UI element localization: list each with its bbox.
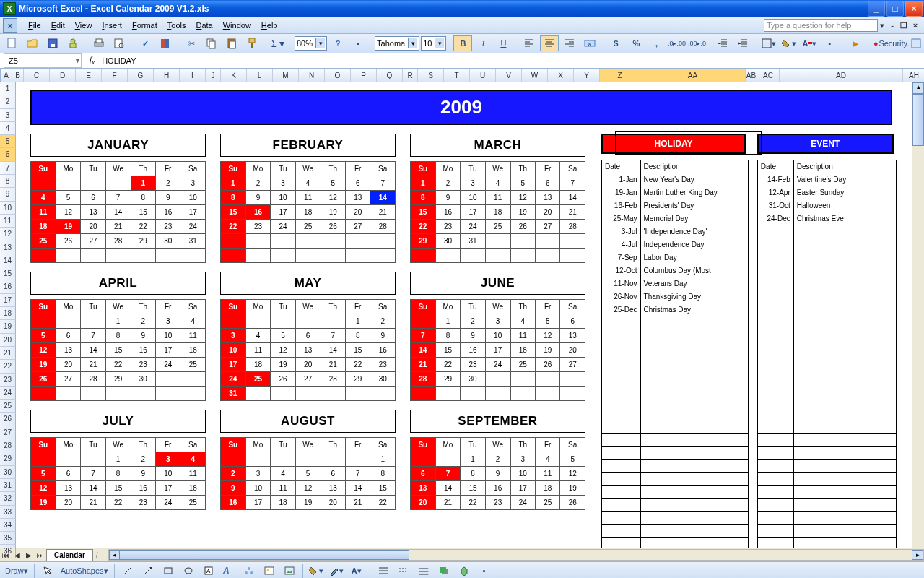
day-cell[interactable]: 20: [295, 358, 321, 372]
borders-button[interactable]: ▾: [759, 35, 778, 51]
day-cell[interactable]: 3: [180, 176, 206, 191]
day-cell[interactable]: [435, 387, 461, 401]
list-desc-cell[interactable]: [793, 525, 896, 538]
day-cell[interactable]: 25: [536, 496, 560, 510]
day-cell[interactable]: 17: [156, 481, 180, 496]
menu-format[interactable]: Format: [127, 20, 162, 31]
day-cell[interactable]: [245, 314, 271, 329]
list-desc-cell[interactable]: [640, 394, 748, 407]
day-cell[interactable]: 27: [346, 220, 370, 234]
day-cell[interactable]: 1: [435, 314, 461, 329]
decrease-decimal-button[interactable]: .00▸.0: [687, 35, 706, 51]
day-cell[interactable]: 7: [81, 329, 105, 343]
day-cell[interactable]: 5: [295, 467, 321, 481]
day-cell[interactable]: 5: [271, 329, 295, 343]
tab-nav-first[interactable]: ⏮: [0, 551, 12, 559]
day-cell[interactable]: 5: [321, 176, 345, 191]
day-cell[interactable]: 16: [221, 496, 246, 510]
day-cell[interactable]: [105, 249, 131, 263]
list-desc-cell[interactable]: [793, 486, 896, 499]
cut-button[interactable]: ✂: [182, 35, 201, 51]
day-cell[interactable]: 12: [536, 329, 560, 343]
list-date-cell[interactable]: [757, 394, 793, 407]
list-desc-cell[interactable]: [793, 225, 896, 238]
day-cell[interactable]: 11: [271, 481, 295, 496]
day-cell[interactable]: 3: [271, 176, 295, 191]
autosum-button[interactable]: Σ ▾: [269, 35, 287, 51]
list-desc-cell[interactable]: [793, 407, 896, 420]
row-header-25[interactable]: 25: [0, 400, 16, 413]
day-cell[interactable]: 13: [56, 343, 81, 358]
day-cell[interactable]: 31: [221, 387, 246, 401]
clipart-button[interactable]: [260, 563, 279, 578]
shadow-button[interactable]: [435, 563, 453, 578]
day-cell[interactable]: 12: [295, 481, 321, 496]
list-desc-cell[interactable]: 'Independence Day': [640, 225, 748, 238]
day-cell[interactable]: 12: [510, 191, 535, 205]
day-cell[interactable]: [485, 234, 510, 249]
excel-doc-icon[interactable]: x: [3, 18, 17, 33]
day-cell[interactable]: 9: [435, 191, 461, 205]
list-desc-cell[interactable]: [640, 473, 748, 486]
day-cell[interactable]: 8: [370, 467, 396, 481]
day-cell[interactable]: 13: [346, 191, 370, 205]
doc-close-button[interactable]: ×: [910, 21, 921, 30]
day-cell[interactable]: 1: [461, 452, 485, 467]
day-cell[interactable]: 25: [31, 234, 56, 249]
menu-tools[interactable]: Tools: [162, 20, 191, 31]
day-cell[interactable]: 29: [105, 372, 131, 387]
row-header-23[interactable]: 23: [0, 374, 16, 387]
row-header-8[interactable]: 8: [0, 175, 16, 188]
italic-button[interactable]: I: [474, 35, 492, 51]
list-date-cell[interactable]: [757, 342, 793, 355]
list-date-cell[interactable]: [602, 394, 641, 407]
new-button[interactable]: [3, 35, 22, 51]
list-desc-cell[interactable]: [640, 316, 748, 329]
day-cell[interactable]: 19: [536, 343, 560, 358]
day-cell[interactable]: 15: [346, 343, 370, 358]
day-cell[interactable]: [180, 249, 206, 263]
day-cell[interactable]: [131, 249, 155, 263]
day-cell[interactable]: 10: [180, 191, 206, 205]
day-cell[interactable]: [221, 249, 246, 263]
col-header-O[interactable]: O: [325, 69, 351, 82]
day-cell[interactable]: 1: [131, 176, 155, 191]
day-cell[interactable]: [245, 387, 271, 401]
list-desc-cell[interactable]: [793, 238, 896, 251]
day-cell[interactable]: 28: [321, 372, 345, 387]
day-cell[interactable]: 20: [81, 220, 105, 234]
day-cell[interactable]: 6: [295, 329, 321, 343]
row-header-28[interactable]: 28: [0, 439, 16, 452]
list-desc-cell[interactable]: New Year's Day: [640, 173, 748, 186]
day-cell[interactable]: 6: [346, 176, 370, 191]
row-header-32[interactable]: 32: [0, 492, 16, 505]
day-cell[interactable]: 10: [271, 191, 295, 205]
day-cell[interactable]: 17: [510, 481, 535, 496]
col-header-Z[interactable]: Z: [600, 69, 640, 82]
day-cell[interactable]: 22: [411, 220, 436, 234]
day-cell[interactable]: 6: [56, 329, 81, 343]
day-cell[interactable]: [31, 387, 56, 401]
day-cell[interactable]: [156, 387, 180, 401]
list-date-cell[interactable]: [757, 355, 793, 368]
day-cell[interactable]: 14: [105, 205, 131, 220]
worksheet-grid[interactable]: 2009 JANUARYSuMoTuWeThFrSa12345678910111…: [16, 82, 912, 548]
list-date-cell[interactable]: [602, 499, 641, 512]
list-date-cell[interactable]: [602, 486, 641, 499]
day-cell[interactable]: 21: [81, 358, 105, 372]
day-cell[interactable]: [411, 452, 436, 467]
day-cell[interactable]: 4: [31, 191, 56, 205]
day-cell[interactable]: 20: [56, 496, 81, 510]
day-cell[interactable]: [461, 387, 485, 401]
list-date-cell[interactable]: [757, 251, 793, 264]
col-header-Q[interactable]: Q: [377, 69, 403, 82]
list-desc-cell[interactable]: [793, 329, 896, 342]
day-cell[interactable]: 20: [411, 496, 436, 510]
day-cell[interactable]: 13: [295, 343, 321, 358]
list-date-cell[interactable]: 14-Feb: [757, 173, 793, 186]
day-cell[interactable]: 6: [321, 467, 345, 481]
day-cell[interactable]: 31: [180, 234, 206, 249]
day-cell[interactable]: [221, 452, 246, 467]
day-cell[interactable]: [180, 387, 206, 401]
line-button[interactable]: [118, 563, 137, 578]
